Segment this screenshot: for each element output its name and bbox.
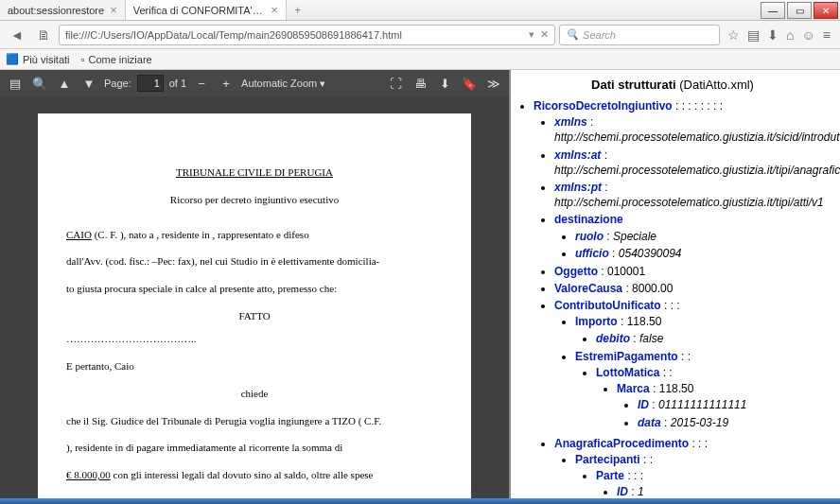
- zoom-select[interactable]: Automatic Zoom ▾: [241, 78, 325, 90]
- estremi-node: EstremiPagamento : : LottoMatica : : Mar…: [575, 348, 832, 434]
- doc-p8: della procedura e successive.: [66, 494, 443, 498]
- v: 010001: [607, 265, 645, 278]
- tab-title: Verifica di CONFORMITA': Atto...: [133, 5, 265, 16]
- v: 2015-03-19: [671, 416, 728, 429]
- window-close-button[interactable]: ✕: [814, 2, 838, 19]
- downloads-icon[interactable]: ⬇: [767, 27, 779, 43]
- lotto-node: LottoMatica : : Marca : 118.50 ID : 0111…: [596, 364, 832, 433]
- tab-title: about:sessionrestore: [8, 5, 104, 16]
- importo: Importo : 118.50 debito : false: [575, 313, 832, 347]
- search-placeholder: Search: [583, 29, 616, 41]
- doc-chiede: chiede: [66, 385, 443, 403]
- pdf-page: TRIBUNALE CIVILE DI PERUGIA Ricorso per …: [38, 113, 471, 498]
- bookmark-getting-started[interactable]: ▫Come iniziare: [81, 54, 152, 65]
- valorecausa: ValoreCausa : 8000.00: [554, 280, 832, 297]
- contributo-node: ContributoUnificato : : : Importo : 118.…: [554, 297, 832, 435]
- k: ruolo: [575, 230, 604, 243]
- k: xmlns:at: [554, 148, 601, 162]
- ns-xmlns-at: xmlns:at : http://schemi.processotelemat…: [554, 147, 832, 179]
- next-page-button[interactable]: ▼: [79, 74, 98, 93]
- k: Marca: [617, 382, 650, 395]
- window-buttons: — ▭ ✕: [761, 0, 840, 20]
- v: 0540390094: [619, 247, 682, 260]
- bookmark-star-icon[interactable]: ☆: [727, 27, 740, 43]
- bookmark-label: Come iniziare: [88, 54, 151, 65]
- pdf-toolbar: ▤ 🔍 ▲ ▼ Page: of 1 − + Automatic Zoom ▾ …: [0, 70, 509, 96]
- marca-data: data : 2015-03-19: [638, 414, 832, 431]
- tab-close-icon[interactable]: ×: [110, 4, 117, 16]
- doc-p7-rest: con gli interessi legali dal dovuto sino…: [111, 469, 374, 480]
- root-node: RicorsoDecretoIngiuntivo : : : : : : : :…: [534, 97, 832, 498]
- pdf-viewer: ▤ 🔍 ▲ ▼ Page: of 1 − + Automatic Zoom ▾ …: [0, 70, 511, 498]
- zoom-in-button[interactable]: +: [217, 74, 236, 93]
- doc-p4: E pertanto, Caio: [66, 357, 443, 375]
- prev-page-button[interactable]: ▲: [55, 74, 74, 93]
- doc-p6: ), residente in di pagare immediatamente…: [66, 439, 443, 457]
- page-number-input[interactable]: [137, 75, 164, 92]
- zoom-label: Automatic Zoom: [241, 78, 317, 89]
- zoom-out-button[interactable]: −: [192, 74, 211, 93]
- library-icon[interactable]: ▤: [747, 27, 760, 43]
- doc-p1-name: CAIO: [66, 229, 92, 240]
- structured-data-panel[interactable]: Dati strutturati (DatiAtto.xml) RicorsoD…: [511, 70, 840, 498]
- doc-p1-rest: (C. F. ), nato a , residente in , rappre…: [92, 229, 309, 240]
- toolbar-icons: ☆ ▤ ⬇ ⌂ ☺ ≡: [724, 27, 834, 43]
- download-button[interactable]: ⬇: [435, 74, 454, 93]
- struct-title-text: Dati strutturati: [591, 78, 676, 92]
- doc-p1: CAIO (C. F. ), nato a , residente in , r…: [66, 226, 443, 244]
- v: 118.50: [627, 315, 662, 328]
- bookmark-bar: 🟦Più visitati ▫Come iniziare: [0, 49, 840, 70]
- pdf-scroll-area[interactable]: TRIBUNALE CIVILE DI PERUGIA Ricorso per …: [0, 96, 509, 498]
- doc-p7: € 8.000,00 con gli interessi legali dal …: [66, 466, 443, 484]
- k: ID: [617, 485, 628, 498]
- back-button[interactable]: ◄: [6, 25, 28, 45]
- presentation-button[interactable]: ⛶: [386, 74, 405, 93]
- sidebar-toggle-button[interactable]: ▤: [6, 74, 25, 93]
- v: 8000.00: [632, 282, 673, 295]
- find-button[interactable]: 🔍: [30, 74, 49, 93]
- k: data: [638, 416, 661, 429]
- tab-sessionrestore[interactable]: about:sessionrestore ×: [0, 0, 126, 20]
- taskbar-strip: [0, 498, 840, 504]
- url-text: file:///C:/Users/IO/AppData/Local/Temp/m…: [65, 29, 402, 41]
- bookmark-most-visited[interactable]: 🟦Più visitati: [6, 53, 70, 65]
- root-key: RicorsoDecretoIngiuntivo: [534, 99, 673, 113]
- bookmark-view-button[interactable]: 🔖: [460, 74, 479, 93]
- v: false: [639, 332, 663, 345]
- print-button[interactable]: 🖶: [411, 74, 429, 93]
- bookmark-page-icon: ▫: [81, 54, 85, 65]
- account-icon[interactable]: ☺: [802, 27, 815, 43]
- window-minimize-button[interactable]: —: [761, 2, 785, 19]
- ufficio: ufficio : 0540390094: [575, 245, 832, 262]
- doc-p3: to giusta procura speciale in calce al p…: [66, 280, 443, 298]
- page-icon: 🗎: [32, 25, 55, 45]
- home-icon[interactable]: ⌂: [786, 27, 794, 43]
- browser-tab-bar: about:sessionrestore × Verifica di CONFO…: [0, 0, 840, 21]
- destinazione-node: destinazione ruolo : Speciale ufficio : …: [554, 211, 832, 263]
- v: 118.50: [659, 382, 694, 395]
- partecipanti-node: Partecipanti : : Parte : : : ID : 1 natu…: [575, 451, 832, 498]
- k: ID: [638, 398, 649, 411]
- browser-url-bar: ◄ 🗎 file:///C:/Users/IO/AppData/Local/Te…: [0, 21, 840, 49]
- url-field[interactable]: file:///C:/Users/IO/AppData/Local/Temp/m…: [59, 25, 555, 45]
- tools-button[interactable]: ≫: [484, 74, 503, 93]
- tab-verifica[interactable]: Verifica di CONFORMITA': Atto... ×: [126, 0, 287, 20]
- parte-node: Parte : : : ID : 1 naturaGiuridica : PFI…: [596, 467, 832, 498]
- search-icon: 🔍: [566, 28, 579, 41]
- doc-fatto: FATTO: [66, 307, 443, 325]
- k: Parte: [596, 469, 624, 482]
- menu-icon[interactable]: ≡: [823, 27, 831, 43]
- v: Speciale: [613, 230, 656, 243]
- stop-reload-split[interactable]: ▾ ✕: [529, 28, 549, 41]
- tab-close-icon[interactable]: ×: [271, 4, 278, 16]
- search-field[interactable]: 🔍 Search: [559, 25, 720, 45]
- bookmark-folder-icon: 🟦: [6, 53, 19, 65]
- parte-id: ID : 1: [617, 483, 832, 498]
- marca: Marca : 118.50 ID : 01111111111111 data …: [617, 380, 832, 432]
- k: ValoreCausa: [554, 282, 622, 295]
- v: 01111111111111: [658, 398, 746, 411]
- k: xmlns:pt: [554, 181, 602, 194]
- doc-dots: ………………………………..: [66, 330, 443, 348]
- window-maximize-button[interactable]: ▭: [787, 2, 812, 19]
- new-tab-button[interactable]: +: [287, 0, 309, 20]
